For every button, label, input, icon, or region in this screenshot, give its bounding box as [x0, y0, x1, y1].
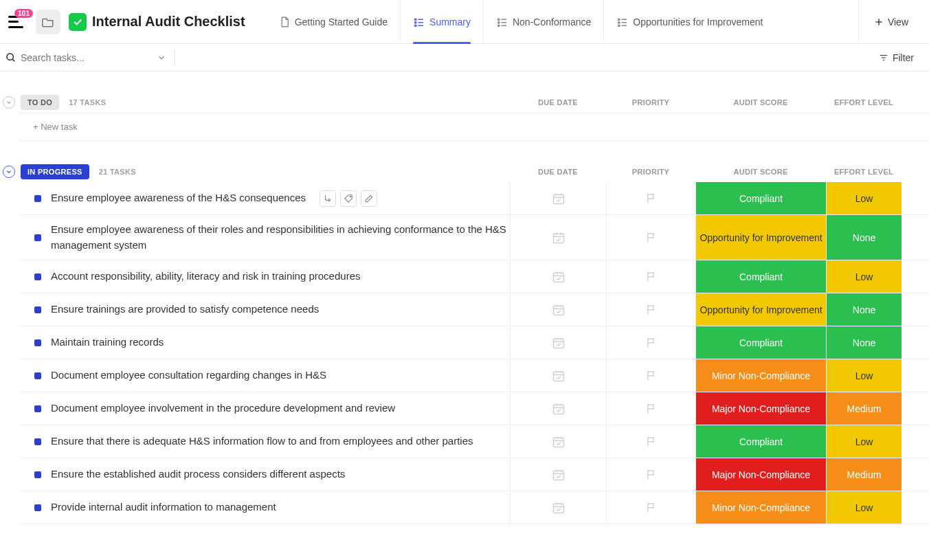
task-name: Ensure the established audit process con…: [51, 467, 345, 482]
audit-score-cell[interactable]: Compliant: [695, 182, 826, 214]
effort-cell[interactable]: None: [826, 293, 902, 326]
effort-cell[interactable]: Low: [826, 359, 902, 392]
audit-score-cell[interactable]: Compliant: [695, 425, 826, 458]
status-square[interactable]: [34, 273, 41, 280]
audit-score-cell[interactable]: Opportunity for Improvement: [695, 293, 826, 326]
task-row[interactable]: Ensure that there is adequate H&S inform…: [19, 425, 929, 458]
svg-point-20: [7, 54, 13, 60]
priority-cell[interactable]: [606, 359, 695, 392]
new-task-button[interactable]: + New task: [19, 113, 929, 140]
tag-button[interactable]: [340, 190, 357, 207]
due-date-cell[interactable]: [510, 359, 606, 392]
tab-opportunities[interactable]: Opportunities for Improvement: [603, 0, 775, 43]
task-row[interactable]: Ensure trainings are provided to satisfy…: [19, 293, 929, 326]
priority-cell[interactable]: [606, 392, 695, 425]
due-date-cell[interactable]: [510, 392, 606, 425]
effort-cell[interactable]: Medium: [826, 392, 902, 425]
due-date-cell[interactable]: [510, 215, 606, 260]
effort-cell[interactable]: Low: [826, 491, 902, 524]
due-date-cell[interactable]: [510, 182, 606, 214]
status-square[interactable]: [34, 471, 41, 478]
status-label-todo[interactable]: TO DO: [21, 95, 59, 110]
effort-cell[interactable]: Medium: [826, 458, 902, 491]
audit-score-cell[interactable]: Major Non-Compliance: [695, 392, 826, 425]
svg-point-4: [415, 25, 416, 26]
effort-cell[interactable]: Low: [826, 425, 902, 458]
effort-cell[interactable]: Low: [826, 182, 902, 214]
score-badge: Compliant: [696, 182, 826, 214]
tab-summary[interactable]: Summary: [400, 0, 483, 43]
task-row[interactable]: Document employee consultation regarding…: [19, 359, 929, 392]
task-row[interactable]: Ensure employee awareness of the H&S con…: [19, 182, 929, 215]
effort-badge: Low: [827, 260, 902, 293]
status-square[interactable]: [34, 339, 41, 346]
task-row[interactable]: Maintain training recordsCompliantNone: [19, 326, 929, 359]
task-row[interactable]: Document employee involvement in the pro…: [19, 392, 929, 425]
filter-button[interactable]: Filter: [879, 52, 924, 63]
audit-score-cell[interactable]: Opportunity for Improvement: [695, 215, 826, 260]
effort-badge: Low: [827, 359, 902, 392]
task-row[interactable]: Ensure the established audit process con…: [19, 458, 929, 491]
svg-point-14: [618, 21, 620, 23]
search-icon: [5, 52, 16, 63]
status-square[interactable]: [34, 504, 41, 511]
flag-icon: [645, 370, 658, 382]
effort-cell[interactable]: None: [826, 215, 902, 260]
collapse-button[interactable]: [3, 96, 15, 109]
tab-getting-started[interactable]: Getting Started Guide: [266, 0, 400, 43]
effort-badge: Medium: [827, 392, 902, 425]
priority-cell[interactable]: [606, 425, 695, 458]
tab-non-conformance[interactable]: Non-Conformance: [483, 0, 603, 43]
tab-label: Getting Started Guide: [295, 16, 388, 27]
task-name: Account responsibility, ability, literac…: [51, 269, 360, 284]
audit-score-cell[interactable]: Minor Non-Compliance: [695, 359, 826, 392]
task-row[interactable]: Account responsibility, ability, literac…: [19, 260, 929, 293]
effort-cell[interactable]: Low: [826, 260, 902, 293]
status-square[interactable]: [34, 438, 41, 445]
due-date-cell[interactable]: [510, 293, 606, 326]
status-square[interactable]: [34, 195, 41, 202]
effort-cell[interactable]: None: [826, 326, 902, 359]
chevron-down-icon[interactable]: [157, 53, 166, 63]
status-square[interactable]: [34, 405, 41, 412]
task-row[interactable]: Ensure employee awareness of their roles…: [19, 215, 929, 260]
menu-button[interactable]: 101: [5, 13, 26, 31]
edit-button[interactable]: [361, 190, 377, 207]
chevron-down-icon: [5, 168, 12, 175]
due-date-cell[interactable]: [510, 458, 606, 491]
priority-cell[interactable]: [606, 215, 695, 260]
add-view-button[interactable]: View: [858, 0, 924, 43]
due-date-cell[interactable]: [510, 425, 606, 458]
priority-cell[interactable]: [606, 491, 695, 524]
status-label-progress[interactable]: IN PROGRESS: [21, 164, 89, 179]
status-square[interactable]: [34, 306, 41, 313]
collapse-button[interactable]: [3, 166, 15, 178]
svg-point-12: [618, 19, 620, 20]
priority-cell[interactable]: [606, 182, 695, 214]
audit-score-cell[interactable]: Compliant: [695, 260, 826, 293]
audit-score-cell[interactable]: Minor Non-Compliance: [695, 491, 826, 524]
due-date-cell[interactable]: [510, 260, 606, 293]
status-square[interactable]: [34, 234, 41, 241]
page-title: Internal Audit Checklist: [92, 14, 245, 30]
priority-cell[interactable]: [606, 458, 695, 491]
folder-button[interactable]: [36, 10, 60, 34]
flag-icon: [645, 271, 658, 283]
priority-cell[interactable]: [606, 326, 695, 359]
score-badge: Minor Non-Compliance: [696, 491, 826, 524]
audit-score-cell[interactable]: Major Non-Compliance: [695, 458, 826, 491]
due-date-cell[interactable]: [510, 491, 606, 524]
audit-score-cell[interactable]: Compliant: [695, 326, 826, 359]
priority-cell[interactable]: [606, 293, 695, 326]
search-input[interactable]: [21, 52, 151, 63]
status-square[interactable]: [34, 372, 41, 379]
task-name: Provide internal audit information to ma…: [51, 500, 276, 515]
column-header-score: AUDIT SCORE: [695, 98, 826, 107]
due-date-cell[interactable]: [510, 326, 606, 359]
flag-icon: [645, 337, 658, 349]
filter-icon: [879, 53, 888, 63]
task-row[interactable]: Provide internal audit information to ma…: [19, 491, 929, 524]
subtask-button[interactable]: [320, 190, 336, 207]
priority-cell[interactable]: [606, 260, 695, 293]
effort-badge: None: [827, 215, 902, 260]
